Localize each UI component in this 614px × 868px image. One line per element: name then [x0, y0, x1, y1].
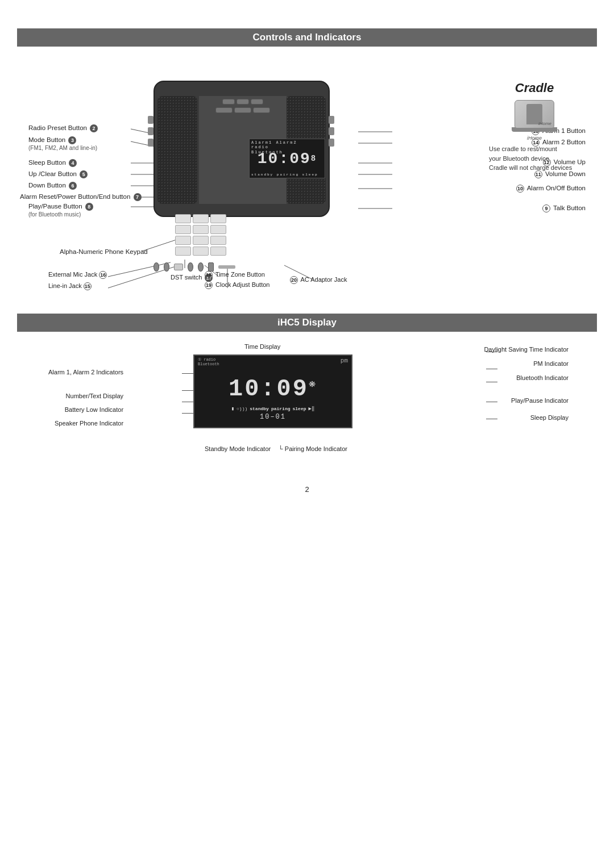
ihc5-top-row: ① radio Bluetooth pm [194, 356, 351, 367]
keypad-row-3 [175, 236, 260, 245]
cradle-description: Use cradle to rest/mountyour Bluetooth d… [489, 144, 580, 173]
radio-preset-label: Radio Preset Button 2 [28, 124, 98, 132]
number-text-display-label: Number/Text Display [48, 393, 123, 399]
cradle-title: Cradle [489, 81, 580, 95]
alpha-keypad-label: Alpha-Numeric Phone Keypad [60, 248, 148, 255]
ihome-logo: iHome [538, 121, 551, 126]
standby-text: ○))) [237, 406, 247, 411]
speaker-left [157, 96, 197, 204]
jack-3 [188, 262, 193, 272]
controls-header: Controls and Indicators [17, 28, 597, 47]
battery-icon: ▮ [231, 406, 234, 412]
device-display: Alarm1 Alarm2 radio Bluetooth 10:098 sta… [249, 139, 325, 178]
device-side-left-buttons [148, 116, 155, 147]
key-6 [210, 225, 226, 234]
device-image: Alarm1 Alarm2 radio Bluetooth 10:098 sta… [154, 69, 335, 228]
mode-button-sub: (FM1, FM2, AM and line-in) [28, 145, 97, 151]
page-container: Controls and Indicators [0, 0, 614, 516]
ihc5-pm-indicator: pm [341, 357, 348, 367]
connector-play-right [486, 402, 497, 402]
cradle-shape: iHome [512, 100, 557, 134]
keypad-row-2 [175, 225, 260, 234]
top-btn-3 [251, 99, 263, 105]
keypad-area [175, 214, 260, 257]
ihc5-title: iHC5 Display [277, 317, 337, 328]
device-side-right-buttons [329, 116, 335, 147]
key-star [175, 247, 191, 256]
standby-label: standby [250, 406, 269, 411]
jack-2 [164, 262, 169, 272]
ihc5-bottom-indicators: ▮ ○))) standby pairing sleep ▶‖ [194, 406, 351, 412]
display-small-top: Alarm1 Alarm2 radio Bluetooth [251, 140, 297, 155]
cradle-section: Cradle iHome iHome [489, 81, 580, 173]
time-zone-label: 18 Time Zone Button [205, 271, 265, 279]
device-center-panel: Alarm1 Alarm2 radio Bluetooth 10:098 sta… [199, 96, 287, 204]
alarm-indicators-label: Alarm 1, Alarm 2 Indicators [48, 369, 123, 375]
radio-bluetooth-icons: ① radio Bluetooth [198, 357, 219, 367]
bluetooth-indicator-label: Bluetooth Indicator [516, 374, 569, 381]
clock-adjust-label: 19 Clock Adjust Button [205, 281, 269, 289]
connector-speaker-left [182, 413, 193, 414]
ihc5-screen: ① radio Bluetooth pm 10:09❋ ▮ ○))) stand… [193, 354, 352, 428]
page-num-text: 2 [305, 485, 309, 494]
key-5 [193, 225, 209, 234]
ihc5-display-section: iHC5 Display [17, 314, 597, 468]
alarm-reset-label: Alarm Reset/Power Button/End button 7 [20, 193, 142, 201]
display-bottom: standby pairing sleep [251, 173, 318, 177]
connector-dst-right [486, 352, 497, 352]
top-btn-1 [222, 99, 235, 105]
cradle-body: iHome [515, 100, 554, 128]
speaker-phone-label: Speaker Phone Indicator [48, 420, 123, 427]
standby-mode-label: Standby Mode Indicator [205, 445, 271, 452]
jack-4 [198, 262, 204, 272]
external-mic-label: External Mic Jack 16 [48, 271, 108, 279]
sleep-display-label: Sleep Display [530, 414, 569, 421]
down-button-label: Down Button 6 [28, 182, 77, 190]
key-8 [193, 236, 209, 245]
key-7 [175, 236, 191, 245]
sleep-button-label: Sleep Button 4 [28, 159, 77, 167]
connector-bt-right [486, 382, 497, 382]
bottom-jacks [154, 262, 235, 272]
number-display: 10–01 [260, 413, 286, 421]
ihc5-left-icons: ① radio Bluetooth [198, 357, 219, 367]
connector-pm-right [486, 369, 497, 369]
jack-6 [218, 265, 235, 269]
keypad-row-4 [175, 247, 260, 256]
side-btn-right-2 [329, 127, 334, 135]
second-buttons-row [202, 107, 284, 113]
sleep-label: sleep [292, 406, 306, 411]
ihc5-time-display: 10:09❋ [194, 367, 351, 403]
play-pause-sub: (for Bluetooth music) [28, 211, 81, 218]
controls-section: Controls and Indicators [17, 28, 597, 302]
side-btn-left-3 [148, 139, 154, 147]
jack-1 [154, 262, 159, 272]
cradle-logo-text: iHome [509, 135, 560, 141]
battery-low-label: Battery Low Indicator [48, 406, 123, 413]
keypad-row-1 [175, 214, 260, 223]
second-btn-3 [253, 107, 270, 113]
controls-diagram: Radio Preset Button 2 Mode Button 3 (FM1… [17, 52, 597, 302]
time-display-top-label: Time Display [244, 343, 280, 350]
second-btn-1 [215, 107, 233, 113]
device-body: Alarm1 Alarm2 radio Bluetooth 10:098 sta… [154, 81, 330, 217]
circle-1-icon: ① [198, 357, 201, 362]
top-btn-2 [237, 99, 249, 105]
page-number: 2 [17, 485, 597, 494]
ihc5-header: iHC5 Display [17, 314, 597, 332]
key-1 [175, 214, 191, 223]
side-btn-right-3 [329, 139, 334, 147]
switch-dst [174, 264, 183, 270]
talk-button-label: 9 Talk Button [542, 205, 586, 212]
side-btn-left-2 [148, 127, 154, 135]
second-btn-2 [234, 107, 251, 113]
play-pause-indicator-label: Play/Pause Indicator [511, 397, 569, 404]
alarm-onoff-label: 10 Alarm On/Off Button [516, 185, 586, 193]
pm-indicator-label: PM Indicator [533, 360, 569, 367]
ac-adaptor-label: 20 AC Adaptor Jack [290, 276, 347, 284]
ihc5-diagram: ① radio Bluetooth pm 10:09❋ ▮ ○))) stand… [17, 337, 597, 468]
line-in-jack-label: Line-in Jack 15 [48, 282, 93, 290]
top-buttons-row [202, 99, 284, 105]
play-pause-label: Play/Pause Button 8 [28, 203, 93, 211]
connector-alarm-left [182, 373, 193, 374]
